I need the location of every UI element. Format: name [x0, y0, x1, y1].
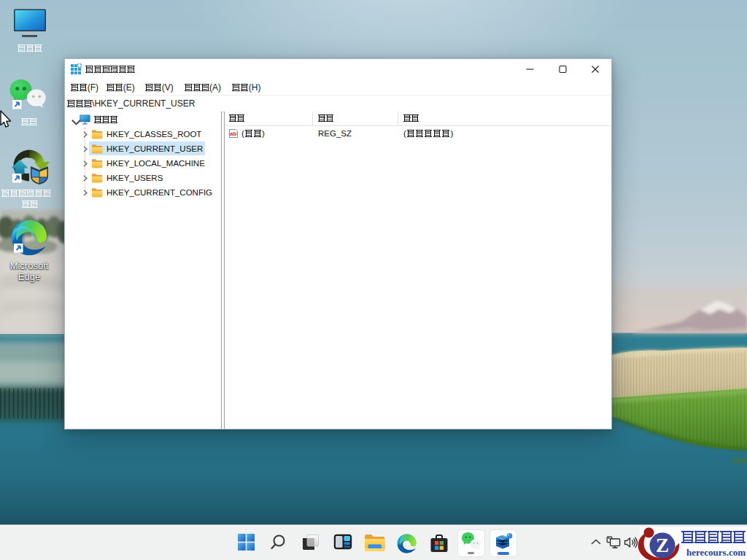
svg-text:ab: ab	[230, 131, 236, 137]
svg-text:Z: Z	[656, 534, 669, 556]
